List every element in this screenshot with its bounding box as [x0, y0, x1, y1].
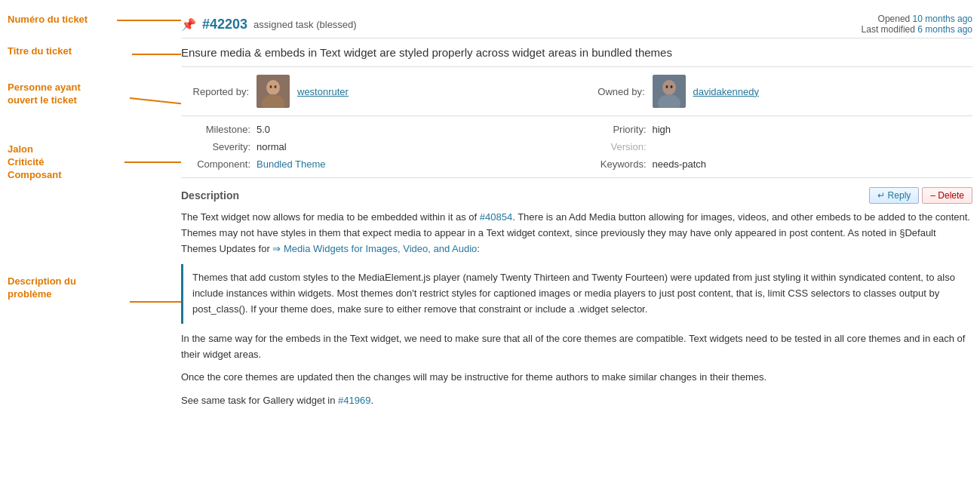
- ticket-status: assigned task (blessed): [253, 19, 357, 30]
- description-body: The Text widget now allows for media to …: [181, 210, 972, 409]
- owner-label: Owned by:: [577, 86, 645, 97]
- component-row: Component: Bundled Theme: [181, 155, 577, 173]
- link-41969[interactable]: #41969: [338, 395, 370, 406]
- description-section: Description ↵ Reply – Delete The Text wi…: [181, 178, 972, 409]
- description-paragraph-1: The Text widget now allows for media to …: [181, 210, 972, 257]
- ticket-opened-line: Opened 10 months ago: [862, 14, 972, 24]
- modified-label: Last modified: [862, 24, 915, 35]
- description-actions: ↵ Reply – Delete: [869, 187, 972, 204]
- description-blockquote: Themes that add custom styles to the Med…: [181, 264, 972, 323]
- reporter-block: Reported by: westonruter: [181, 75, 577, 108]
- owner-avatar: [653, 75, 686, 108]
- annotation-ticket-number: Numéro du ticket: [8, 14, 88, 26]
- milestone-label: Milestone:: [181, 124, 257, 135]
- ticket-header: 📌 #42203 assigned task (blessed) Opened …: [181, 8, 972, 38]
- milestone-value: 5.0: [257, 124, 270, 135]
- description-paragraph-2: In the same way for the embeds in the Te…: [181, 331, 972, 363]
- description-header: Description ↵ Reply – Delete: [181, 187, 972, 204]
- desc-p4-end: .: [370, 395, 373, 406]
- keywords-label: Keywords:: [577, 158, 653, 170]
- desc-p4-text1: See same task for Gallery widget in: [181, 395, 338, 406]
- description-paragraph-3: Once the core themes are updated then th…: [181, 370, 972, 386]
- opened-label: Opened: [878, 14, 911, 24]
- people-section: Reported by: westonruter Owned by:: [181, 66, 972, 116]
- description-paragraph-4: See same task for Gallery widget in #419…: [181, 393, 972, 409]
- fields-right: Priority: high Version: Keywords: needs-…: [577, 121, 973, 173]
- annotation-fields: Jalon Criticité Composant: [8, 143, 62, 182]
- ticket-title: Ensure media & embeds in Text widget are…: [181, 38, 972, 66]
- owner-name[interactable]: davidakennedy: [693, 86, 759, 97]
- version-label: Version:: [577, 141, 653, 152]
- priority-row: Priority: high: [577, 121, 973, 138]
- ticket-dates: Opened 10 months ago Last modified 6 mon…: [862, 14, 972, 35]
- fields-left: Milestone: 5.0 Severity: normal Componen…: [181, 121, 577, 173]
- component-value[interactable]: Bundled Theme: [257, 158, 326, 170]
- severity-value: normal: [257, 141, 287, 152]
- severity-row: Severity: normal: [181, 138, 577, 155]
- annotation-ticket-title: Titre du ticket: [8, 45, 72, 58]
- reply-button[interactable]: ↵ Reply: [869, 187, 919, 204]
- link-media-widgets[interactable]: ⇒ Media Widgets for Images, Video, and A…: [272, 243, 477, 254]
- ticket-container: 📌 #42203 assigned task (blessed) Opened …: [181, 8, 972, 417]
- reporter-name[interactable]: westonruter: [297, 86, 349, 97]
- svg-point-14: [662, 80, 676, 95]
- link-40854[interactable]: #40854: [480, 211, 512, 223]
- svg-point-9: [266, 80, 280, 95]
- svg-point-17: [670, 85, 672, 88]
- severity-label: Severity:: [181, 141, 257, 152]
- component-label: Component:: [181, 158, 257, 170]
- reporter-avatar: [257, 75, 290, 108]
- svg-point-12: [275, 85, 277, 88]
- delete-button[interactable]: – Delete: [922, 187, 972, 204]
- annotation-reporter: Personne ayant ouvert le ticket: [8, 82, 81, 107]
- svg-point-11: [270, 85, 272, 88]
- svg-point-16: [665, 85, 668, 88]
- priority-label: Priority:: [577, 124, 653, 135]
- reporter-label: Reported by:: [181, 86, 249, 97]
- desc-p1-end: :: [477, 243, 480, 254]
- keywords-value: needs-patch: [653, 158, 707, 170]
- ticket-number[interactable]: #42203: [202, 17, 247, 32]
- ticket-id-row: 📌 #42203 assigned task (blessed): [181, 17, 357, 32]
- ticket-modified-line: Last modified 6 months ago: [862, 24, 972, 35]
- owner-block: Owned by: davidakennedy: [577, 75, 973, 108]
- desc-p1-text1: The Text widget now allows for media to …: [181, 211, 480, 223]
- keywords-row: Keywords: needs-patch: [577, 155, 973, 173]
- milestone-row: Milestone: 5.0: [181, 121, 577, 138]
- fields-section: Milestone: 5.0 Severity: normal Componen…: [181, 116, 972, 178]
- modified-time[interactable]: 6 months ago: [917, 24, 972, 35]
- opened-time[interactable]: 10 months ago: [913, 14, 972, 24]
- annotation-description: Description du problème: [8, 275, 76, 301]
- pin-icon: 📌: [181, 17, 196, 32]
- description-title: Description: [181, 189, 239, 201]
- priority-value: high: [653, 124, 671, 135]
- version-row: Version:: [577, 138, 973, 155]
